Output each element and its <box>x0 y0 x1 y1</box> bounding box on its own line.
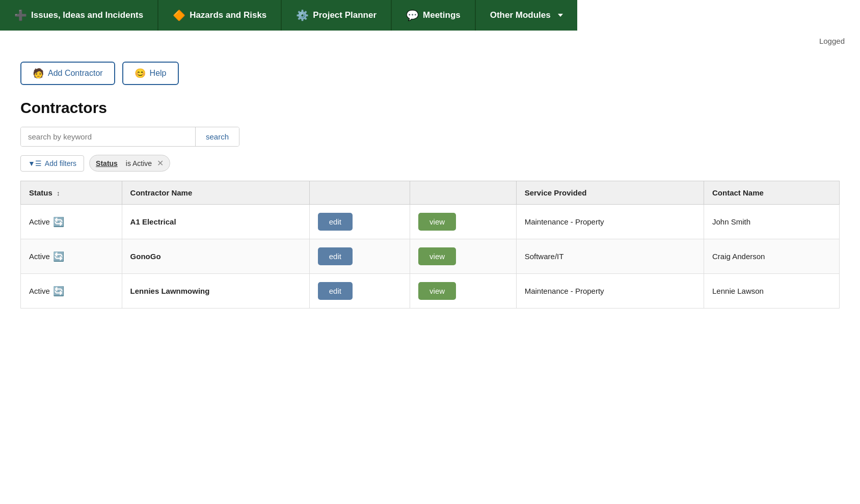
refresh-icon: 🔄 <box>53 286 64 297</box>
filter-close-icon[interactable]: ✕ <box>157 158 164 168</box>
active-filter-tag: Status is Active ✕ <box>89 155 170 172</box>
filter-tag-prefix: Status <box>96 159 118 167</box>
nav-meetings[interactable]: 💬 Meetings <box>392 0 476 31</box>
row-contact: John Smith <box>704 205 840 239</box>
main-content: 🧑 Add Contractor 😊 Help Contractors sear… <box>0 51 860 329</box>
edit-button[interactable]: edit <box>318 247 353 265</box>
col-edit-header <box>309 181 410 205</box>
nav-other-modules[interactable]: Other Modules <box>476 0 577 31</box>
row-contractor-name: Lennies Lawnmowing <box>122 274 309 309</box>
search-bar: search <box>20 127 239 147</box>
add-contractor-button[interactable]: 🧑 Add Contractor <box>20 62 115 85</box>
logged-bar: Logged <box>0 31 860 51</box>
nav-other-label: Other Modules <box>490 10 551 20</box>
row-edit-cell: edit <box>309 205 410 239</box>
row-status: Active 🔄 <box>21 274 122 309</box>
add-contractor-label: Add Contractor <box>48 69 103 78</box>
table-row: Active 🔄 A1 Electrical edit view Mainten… <box>21 205 840 239</box>
view-button[interactable]: view <box>418 247 456 265</box>
row-status: Active 🔄 <box>21 205 122 239</box>
col-contact: Contact Name <box>704 181 840 205</box>
add-filters-label: Add filters <box>45 159 76 167</box>
contractors-table: Status ↕ Contractor Name Service Provide… <box>20 181 840 309</box>
search-input[interactable] <box>21 127 195 146</box>
row-edit-cell: edit <box>309 274 410 309</box>
col-contractor-name-label: Contractor Name <box>130 188 193 197</box>
filter-row: ▼☰ Add filters Status is Active ✕ <box>20 155 840 172</box>
nav-issues-label: Issues, Ideas and Incidents <box>31 10 143 20</box>
status-text: Active <box>29 252 50 261</box>
table-row: Active 🔄 Lennies Lawnmowing edit view Ma… <box>21 274 840 309</box>
nav-planner-label: Project Planner <box>313 10 377 20</box>
gear-icon: ⚙️ <box>296 9 309 21</box>
plus-icon: ➕ <box>14 9 27 21</box>
refresh-icon: 🔄 <box>53 251 64 262</box>
table-row: Active 🔄 GonoGo edit view Software/IT Cr… <box>21 239 840 274</box>
hazards-icon: 🔶 <box>173 9 185 21</box>
row-service: Software/IT <box>516 239 704 274</box>
filter-tag-is-active: is Active <box>126 159 152 167</box>
row-status: Active 🔄 <box>21 239 122 274</box>
row-view-cell: view <box>410 274 517 309</box>
row-contractor-name: GonoGo <box>122 239 309 274</box>
col-status-label: Status <box>29 188 52 197</box>
status-text: Active <box>29 287 50 295</box>
nav-planner[interactable]: ⚙️ Project Planner <box>282 0 392 31</box>
row-view-cell: view <box>410 239 517 274</box>
row-service: Maintenance - Property <box>516 274 704 309</box>
table-header-row: Status ↕ Contractor Name Service Provide… <box>21 181 840 205</box>
col-view-header <box>410 181 517 205</box>
view-button[interactable]: view <box>418 213 456 231</box>
smiley-icon: 😊 <box>135 68 146 79</box>
edit-button[interactable]: edit <box>318 282 353 300</box>
view-button[interactable]: view <box>418 282 456 300</box>
add-filters-button[interactable]: ▼☰ Add filters <box>20 155 84 172</box>
row-edit-cell: edit <box>309 239 410 274</box>
nav-meetings-label: Meetings <box>423 10 461 20</box>
row-view-cell: view <box>410 205 517 239</box>
edit-button[interactable]: edit <box>318 213 353 231</box>
help-label: Help <box>150 69 167 78</box>
top-buttons: 🧑 Add Contractor 😊 Help <box>20 62 840 85</box>
col-status[interactable]: Status ↕ <box>21 181 122 205</box>
row-service: Maintenance - Property <box>516 205 704 239</box>
nav-issues[interactable]: ➕ Issues, Ideas and Incidents <box>0 0 158 31</box>
row-contact: Craig Anderson <box>704 239 840 274</box>
sort-icon: ↕ <box>57 189 60 197</box>
col-service: Service Provided <box>516 181 704 205</box>
col-contact-label: Contact Name <box>712 188 764 197</box>
status-text: Active <box>29 217 50 226</box>
logged-text: Logged <box>819 37 845 45</box>
help-button[interactable]: 😊 Help <box>122 62 179 85</box>
search-button-label: search <box>206 132 229 141</box>
nav-hazards[interactable]: 🔶 Hazards and Risks <box>158 0 282 31</box>
person-icon: 🧑 <box>33 68 44 79</box>
col-service-label: Service Provided <box>525 188 587 197</box>
row-contractor-name: A1 Electrical <box>122 205 309 239</box>
search-button[interactable]: search <box>195 127 239 146</box>
filter-tag-suffix <box>121 159 123 167</box>
filter-icon: ▼☰ <box>28 159 42 167</box>
page-title: Contractors <box>20 99 840 117</box>
nav-hazards-label: Hazards and Risks <box>190 10 266 20</box>
chat-icon: 💬 <box>406 9 419 21</box>
refresh-icon: 🔄 <box>53 216 64 228</box>
row-contact: Lennie Lawson <box>704 274 840 309</box>
col-contractor-name: Contractor Name <box>122 181 309 205</box>
navbar: ➕ Issues, Ideas and Incidents 🔶 Hazards … <box>0 0 860 31</box>
